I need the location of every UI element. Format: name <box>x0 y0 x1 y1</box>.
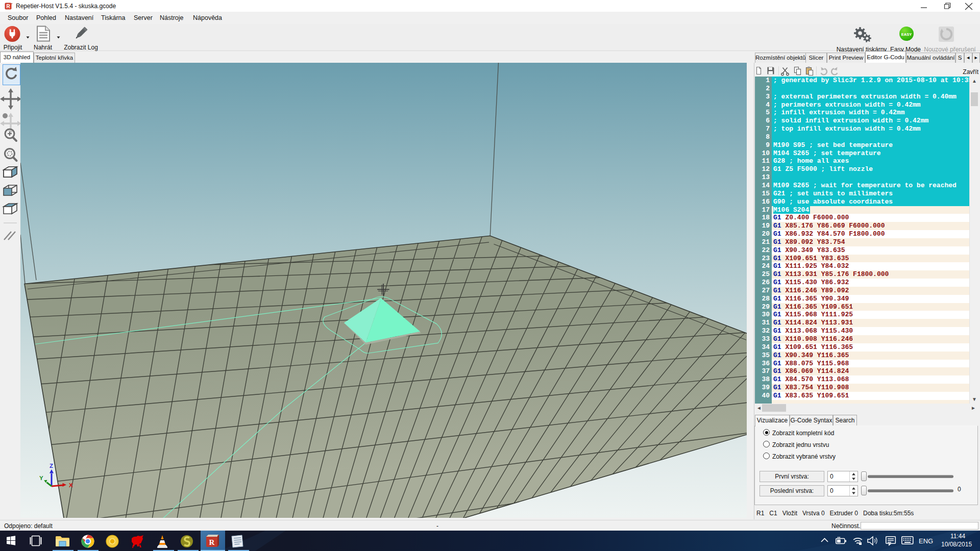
svg-text:Z: Z <box>50 463 53 469</box>
svg-text:X: X <box>69 482 73 488</box>
svg-text:EASY: EASY <box>901 32 912 37</box>
svg-text:Y: Y <box>39 475 43 481</box>
svg-text:R: R <box>209 538 215 546</box>
svg-text:R: R <box>6 4 10 9</box>
